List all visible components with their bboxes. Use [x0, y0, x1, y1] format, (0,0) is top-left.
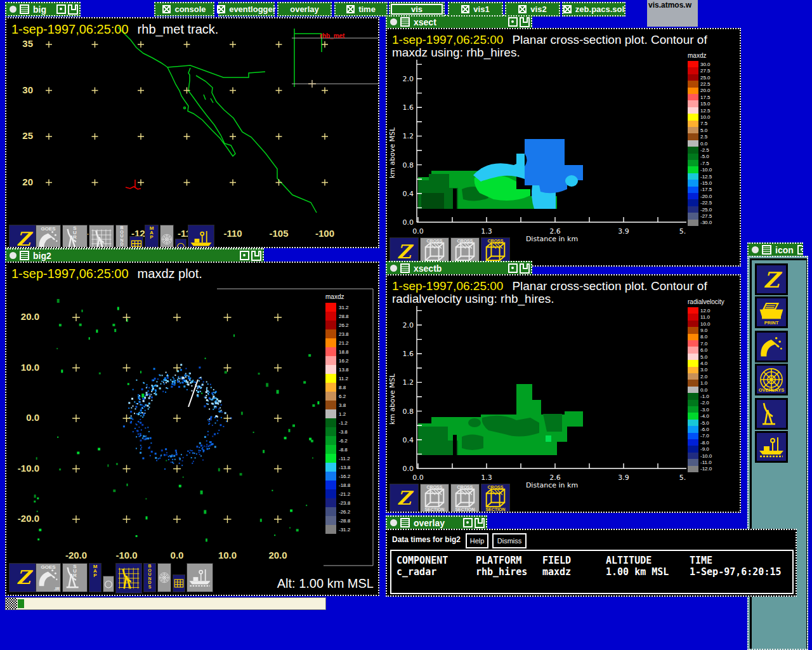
map-button[interactable]: M A P — [145, 225, 159, 248]
cross-section-label2: SECTION — [451, 507, 479, 512]
window-iconify-button[interactable] — [475, 518, 485, 528]
window-menu-icon[interactable] — [20, 251, 29, 260]
window-menu-icon[interactable] — [20, 4, 29, 14]
window-focus-button[interactable] — [388, 263, 398, 274]
colorbar-swatch — [688, 373, 698, 380]
colorbar-value: -11.0 — [700, 460, 712, 465]
window-iconify-button[interactable] — [68, 4, 78, 15]
window-focus-button[interactable] — [388, 518, 398, 528]
scrollbar-corner[interactable] — [6, 598, 17, 609]
colorbar-value: -20.0 — [700, 194, 712, 199]
window-menu-icon[interactable] — [400, 263, 410, 273]
titlebar-xsect[interactable]: xsect — [386, 15, 532, 29]
plot-title-line2: radialvelocity using: rhb_hires. — [392, 292, 554, 306]
colorbar-value: -22.5 — [700, 200, 712, 206]
window-menu-icon[interactable] — [762, 245, 771, 255]
checkbox-icon — [563, 5, 572, 13]
horizontal-scrollbar[interactable] — [5, 597, 326, 610]
overlays-button[interactable]: OVERLAYS — [755, 364, 788, 395]
surface-radar-button[interactable]: S U R — [62, 225, 88, 248]
grid-button[interactable] — [129, 236, 143, 248]
radial-grid-button[interactable] — [157, 563, 171, 592]
bounds-button[interactable]: B O U N D S — [143, 563, 156, 592]
window-iconify-button[interactable] — [520, 17, 530, 27]
colorbar-swatch — [325, 489, 336, 498]
dismiss-button[interactable]: Dismiss — [492, 533, 527, 548]
radar-grid-button[interactable] — [89, 225, 114, 248]
taskbar-button-zeb.pacs.sol[interactable]: zeb.pacs.sol — [562, 2, 625, 17]
window-focus-button[interactable] — [750, 245, 760, 255]
cross-section-button[interactable]: CROSSSECTION — [420, 484, 449, 513]
window-menu-icon[interactable] — [400, 17, 410, 27]
window-dot-button[interactable] — [56, 4, 66, 14]
window-dot-button[interactable] — [240, 251, 249, 260]
colorbar-swatch — [325, 481, 336, 489]
goes-button[interactable]: GOES — [36, 225, 61, 248]
cross-section-label: CROSS — [421, 485, 449, 489]
zebra-logo-button[interactable]: Z — [9, 563, 38, 592]
circle-button[interactable] — [103, 576, 114, 592]
colorbar-swatch — [688, 393, 698, 399]
scrollbar-thumb[interactable] — [18, 599, 24, 608]
taskbar-button-time[interactable]: time — [334, 2, 388, 17]
ship-button[interactable] — [755, 431, 788, 463]
window-iconify-button[interactable] — [251, 251, 261, 261]
titlebar-xsectb[interactable]: xsectb — [386, 261, 532, 275]
plot-title: 1-sep-1997,06:25:00rhb_met track. — [11, 22, 218, 37]
map-button[interactable]: M A P — [89, 563, 102, 592]
colorbar-swatch — [688, 220, 698, 226]
ship-button[interactable] — [188, 225, 214, 248]
taskbar-button-overlay[interactable]: overlay — [277, 2, 332, 17]
colorbar-value: -28.8 — [339, 518, 350, 524]
colorbar-swatch — [325, 303, 336, 312]
colorbar-value: 0.0 — [700, 141, 707, 147]
help-button[interactable]: Help — [466, 533, 488, 548]
colorbar-value: 2.5 — [700, 134, 707, 140]
titlebar-icon[interactable]: icon — [747, 242, 803, 257]
zebra-logo-button[interactable]: Z — [9, 225, 38, 248]
titlebar-big2[interactable]: big2 — [5, 248, 264, 263]
taskbar-button-vis2[interactable]: vis2 — [505, 2, 560, 17]
window-dot-button[interactable] — [463, 518, 473, 527]
window-dot-button[interactable] — [508, 263, 518, 273]
colorbar-swatch — [325, 312, 336, 321]
radar-button[interactable] — [755, 398, 788, 430]
goes-ir-button[interactable]: GOES.IR — [36, 563, 61, 592]
zebra-logo-button[interactable]: Z — [755, 263, 788, 295]
radar-grid-button[interactable] — [115, 563, 142, 594]
taskbar-button-eventlogger[interactable]: eventlogger — [218, 2, 275, 17]
titlebar-overlay[interactable]: overlay — [386, 515, 487, 530]
window-title: xsectb — [412, 263, 443, 274]
window-menu-icon[interactable] — [400, 518, 410, 527]
colorbar-swatch — [325, 409, 336, 418]
cross-section-button[interactable]: CROSSSECTION — [450, 484, 480, 513]
titlebar-big[interactable]: big — [5, 2, 81, 17]
xs-y-axis-label: 1.6 — [397, 350, 414, 358]
radial-grid-button[interactable] — [160, 225, 174, 248]
satellite-button[interactable] — [755, 331, 788, 362]
bounds-button[interactable]: B O U N D S — [115, 225, 128, 248]
taskbar-button-vis[interactable]: vis — [389, 2, 445, 17]
zebra-logo-button[interactable]: Z — [390, 484, 419, 513]
focus-circle-icon — [10, 6, 16, 13]
window-dot-button[interactable] — [508, 17, 518, 27]
window-focus-button[interactable] — [8, 251, 18, 261]
grid-button[interactable] — [173, 574, 185, 592]
window-iconify-button[interactable] — [520, 263, 530, 274]
window-focus-button[interactable] — [388, 17, 398, 27]
window-dot-button[interactable] — [797, 245, 803, 255]
surface-radar-button[interactable]: S U R — [62, 563, 88, 592]
print-button[interactable]: PRINT — [755, 296, 788, 328]
taskbar-button-console[interactable]: console — [154, 2, 214, 17]
cross-section-button[interactable]: CROSSSECTION — [481, 484, 510, 513]
colorbar-swatch — [325, 445, 336, 454]
remote-host-window[interactable]: vis.atmos.w — [647, 0, 698, 27]
ship-button[interactable] — [187, 563, 213, 592]
radar-x-axis-label: 20.0 — [259, 550, 297, 560]
window-focus-button[interactable] — [8, 4, 18, 15]
taskbar-button-vis1[interactable]: vis1 — [448, 2, 503, 17]
radar-grid-icon — [116, 564, 141, 593]
circle-button[interactable] — [175, 239, 187, 248]
colorbar-swatch — [325, 401, 336, 409]
radar-grid-icon — [89, 225, 114, 248]
